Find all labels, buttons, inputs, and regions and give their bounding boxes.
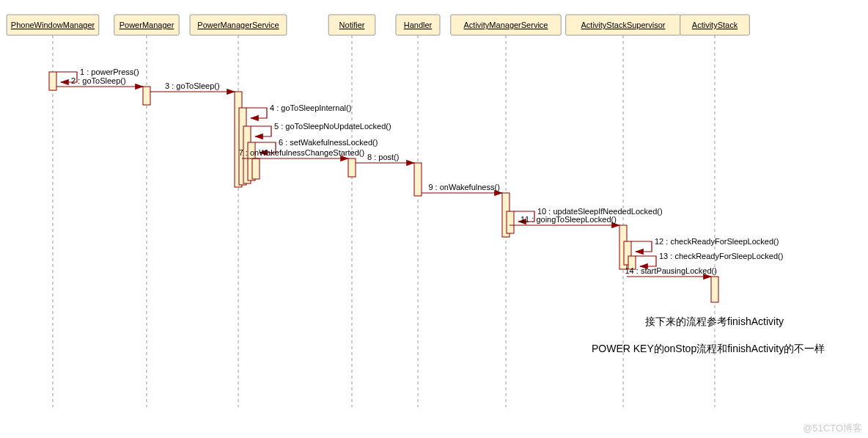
message-label-2: 2 : goToSleep() bbox=[71, 76, 126, 85]
message-label-11: 11 : goingToSleepLocked() bbox=[521, 215, 617, 224]
participant-label-pwm: PhoneWindowManager bbox=[11, 21, 95, 29]
watermark: @51CTO博客 bbox=[803, 422, 862, 435]
participant-label-as: ActivityStack bbox=[692, 21, 738, 29]
participant-label-pm: PowerManager bbox=[119, 21, 174, 29]
activation-10 bbox=[507, 211, 514, 233]
activation-6 bbox=[252, 158, 260, 179]
message-label-12: 12 : checkReadyForSleepLocked() bbox=[655, 237, 779, 246]
message-label-8: 8 : post() bbox=[367, 153, 399, 161]
participant-label-hdl: Handler bbox=[404, 21, 433, 29]
message-label-4: 4 : goToSleepInternal() bbox=[270, 103, 351, 112]
message-label-13: 13 : checkReadyForSleepLocked() bbox=[659, 252, 783, 260]
message-label-6: 6 : setWakefulnessLocked() bbox=[279, 138, 378, 147]
participant-label-ass: ActivityStackSupervisor bbox=[581, 21, 666, 29]
message-label-9: 9 : onWakefulness() bbox=[428, 183, 499, 191]
note-0: 接下来的流程参考finishActivity bbox=[645, 315, 784, 327]
message-label-5: 5 : goToSleepNoUpdateLocked() bbox=[274, 122, 391, 131]
activation-1 bbox=[143, 87, 150, 105]
participant-label-not: Notifier bbox=[339, 21, 365, 29]
message-12 bbox=[631, 241, 652, 252]
message-label-14: 14 : startPausingLocked() bbox=[625, 266, 717, 275]
message-13 bbox=[636, 256, 656, 266]
participant-label-pms: PowerManagerService bbox=[197, 21, 279, 29]
message-5 bbox=[251, 126, 271, 136]
activation-0 bbox=[49, 72, 56, 90]
note-1: POWER KEY的onStop流程和finishActivity的不一样 bbox=[592, 343, 825, 354]
participant-label-ams: ActivityManagerService bbox=[464, 21, 548, 29]
activation-7 bbox=[348, 158, 356, 177]
message-4 bbox=[246, 108, 267, 118]
activation-14 bbox=[711, 277, 718, 302]
message-label-1: 1 : powerPress() bbox=[80, 67, 139, 76]
activation-8 bbox=[414, 163, 422, 196]
message-label-7: 7 : onWakefulnessChangeStarted() bbox=[239, 148, 364, 157]
message-label-3: 3 : goToSleep() bbox=[165, 81, 220, 90]
